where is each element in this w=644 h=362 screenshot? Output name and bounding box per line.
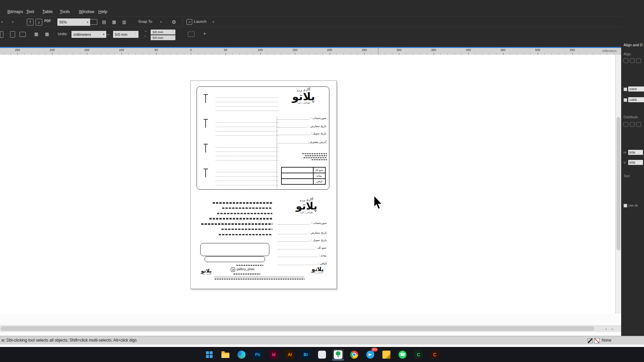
terms-line [213,202,272,204]
v-field[interactable]: 5/08 [628,160,643,165]
scroll-left-icon[interactable]: ‹ [604,326,608,331]
vertical-scrollbar[interactable] [615,55,622,313]
menu-window[interactable]: Window [79,9,94,14]
menu-help[interactable]: Help [98,9,107,14]
add-preset-icon[interactable]: + [203,31,206,36]
snap-to-chevron-icon[interactable]: ▾ [160,20,162,23]
toolbar-dropdown-icon-2[interactable]: ▾ [12,20,13,23]
ruler-tick: 150 [292,48,298,52]
snap-to-dropdown[interactable]: Snap To [138,19,152,23]
use-object-checkbox[interactable] [624,204,627,207]
launch-icon: ↗ [186,19,192,25]
mouse-cursor [374,195,382,209]
field-label: صورتحساب : [311,116,326,120]
portrait-page-icon[interactable] [10,31,15,38]
taskbar-photoshop[interactable]: Ps [252,349,263,360]
totals-label-cell: جمع کل [313,167,325,173]
options-gear-icon[interactable]: ⚙ [172,19,176,25]
status-hint: w; Dbl-clicking tool selects all objects… [1,338,137,343]
taskbar-app-c-green[interactable]: C [413,349,424,360]
taskbar-coreldraw[interactable] [332,349,344,360]
v-value: 5/08 [629,161,635,164]
h-field[interactable]: 5/08 [628,150,643,155]
ruler-tick: 450 [500,48,505,52]
brand-name-text: پلاتو [197,268,216,273]
launch-chevron-icon[interactable]: ▾ [213,20,214,23]
distribute-buttons[interactable] [624,122,643,128]
brand-sub-text: طراحی ، اجرا [288,211,325,214]
use-object-label: Use ob [628,204,638,207]
scroll-right-icon[interactable]: › [610,326,614,331]
dotted-rows [216,168,279,185]
invoice-field-row: صورتحساب : [277,116,326,120]
fullscreen-preview-icon[interactable] [90,19,97,25]
bottom-fields: صورتحساب :تاریخ سفارش :تاریخ تحویل :جمع … [278,220,327,266]
distribute-section-label: Distribute [624,115,638,119]
t-mark [204,94,208,104]
taskbar-telegram[interactable]: 303 [365,349,376,360]
drawing-canvas[interactable]: گالری پرده پلاتو طراحی ، اجرا صورتحساب :… [0,55,615,314]
show-rulers-icon[interactable]: ▤ [102,19,106,24]
c-red-app-icon: C [430,350,439,359]
taskbar-app-c-red[interactable]: C [429,349,440,360]
vertical-scrollbar-thumb[interactable] [616,117,621,250]
align-y-checkbox[interactable] [624,98,627,102]
taskbar-edge[interactable] [236,349,247,360]
launch-dropdown[interactable]: Launch [194,19,207,23]
align-y-field[interactable]: 148/5 [628,97,644,102]
taskbar-bridge[interactable]: Br [300,349,312,360]
outline-pen-icon[interactable] [588,338,593,343]
field-label: الباقی : [318,262,327,265]
taskbar-whatsapp[interactable]: ☎ [397,349,408,360]
t-mark [204,119,208,128]
brand-sub-text: طراحی ، اجرا [280,102,327,104]
ruler-tick: 400 [466,48,471,52]
none-color-swatch[interactable] [594,338,599,343]
duplicate-y-icon: ↕ [144,35,146,38]
duplicate-x-stepper[interactable]: ▴▾ [172,29,173,34]
terms-line [209,218,272,220]
instagram-handle: gallery_plato [236,267,255,271]
duplicate-y-stepper[interactable]: ▴▾ [172,35,173,40]
taskbar-sticky-notes[interactable] [381,349,392,360]
import-icon[interactable]: ⇡ [27,19,34,25]
pdf-icon[interactable]: PDF [44,19,51,23]
duplicate-y-input[interactable]: 5/0 mm [150,35,176,41]
taskbar-chrome[interactable] [348,349,360,360]
zoom-level-select[interactable]: 55%▾ [57,18,91,26]
taskbar-indesign[interactable]: Id [268,349,279,360]
document-page[interactable]: گالری پرده پلاتو طراحی ، اجرا صورتحساب :… [190,80,337,289]
align-x-checkbox[interactable] [624,87,627,91]
page-layout-icon[interactable]: ▦ [45,32,49,37]
horizontal-scrollbar[interactable]: ‹ › [0,325,621,332]
folder-icon [221,353,229,358]
align-buttons[interactable] [624,58,643,64]
start-button[interactable] [204,349,215,360]
menu-bitmaps[interactable]: Bitmaps [7,9,23,14]
menu-tools[interactable]: Tools [60,9,70,14]
ruler-tick: 500 [535,48,540,52]
menu-table[interactable]: Table [42,9,53,14]
ruler-tick: 300 [396,48,401,52]
menu-text[interactable]: Text [26,9,34,14]
align-x-field[interactable]: 105/0 [628,86,644,92]
nudge-stepper[interactable]: ▴▾ [135,31,136,36]
taskbar-file-explorer[interactable] [220,349,231,360]
page-settings-icon[interactable]: ▦ [34,32,38,37]
horizontal-scrollbar-thumb[interactable] [1,326,594,331]
show-guidelines-icon[interactable]: ▥ [122,19,126,24]
invoice-field-row: تاریخ تحویل : [277,131,326,135]
toolbar-dropdown-icon[interactable]: ▾ [1,20,3,23]
export-icon[interactable]: ⇣ [36,19,42,25]
top-fields: صورتحساب :تاریخ سفارش :تاریخ تحویل :آدرس… [277,115,326,153]
taskbar-app-light[interactable] [316,349,328,360]
h-value: 5/08 [629,151,635,154]
taskbar-illustrator[interactable]: Ai [284,349,296,360]
field-label: بیعانه : [319,254,327,257]
landscape-page-icon[interactable] [19,32,26,37]
horizontal-ruler[interactable]: 2502001501005005010015020025030035040045… [0,48,621,55]
duplicate-x-input[interactable]: 5/0 mm [150,29,176,35]
show-grid-icon[interactable]: ▦ [112,19,116,24]
units-select[interactable]: millimeters▾ [71,31,107,38]
treat-as-filled-icon[interactable] [188,32,195,37]
